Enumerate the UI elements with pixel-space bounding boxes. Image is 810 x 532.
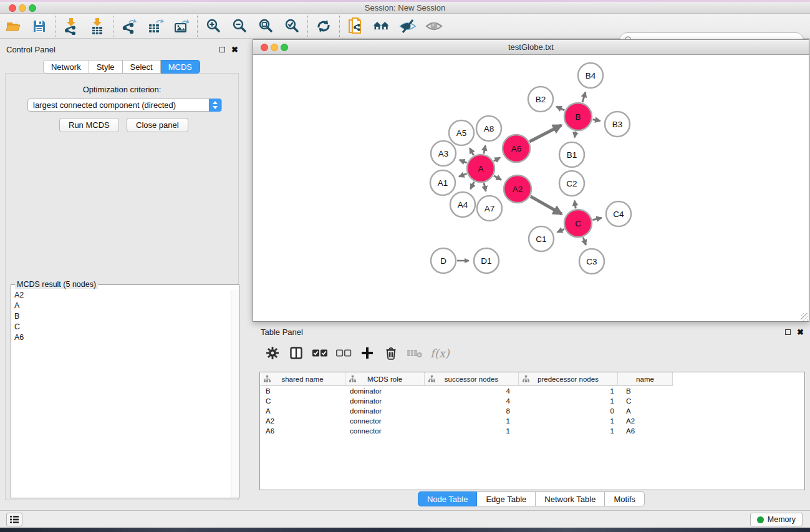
close-panel-icon[interactable]: ✖ [231,47,238,53]
run-mcds-button[interactable]: Run MCDS [59,118,119,132]
table-row[interactable]: Bdominator41B [260,386,804,396]
minimize-window-button[interactable] [19,4,26,12]
node-A[interactable]: A [467,155,494,182]
resize-grip[interactable] [801,313,808,321]
edge-A-A1[interactable] [459,173,466,177]
zoom-in-icon[interactable] [204,17,223,36]
birdseye-view-icon[interactable] [425,17,443,36]
node-B3[interactable]: B3 [605,112,630,137]
node-B1[interactable]: B1 [559,142,584,167]
tab-style[interactable]: Style [89,60,123,74]
delete-columns-icon[interactable] [382,344,400,362]
edge-C-C1[interactable] [557,229,564,232]
column-header-name[interactable]: name [618,372,673,386]
close-window-button[interactable] [9,4,16,12]
close-network-button[interactable] [261,44,268,51]
edge-A-A6[interactable] [494,158,500,162]
show-column-icon[interactable] [287,344,306,362]
result-item[interactable]: A [11,301,231,311]
column-header-MCDS-role[interactable]: MCDS role [345,372,425,386]
edge-C-C2[interactable] [574,201,576,209]
task-history-button[interactable] [6,513,22,526]
zoom-selected-icon[interactable] [282,17,301,36]
import-table-icon[interactable] [88,17,107,36]
zoom-network-button[interactable] [281,44,288,51]
criterion-dropdown[interactable]: largest connected component (directed) [27,99,222,112]
edge-A2-C[interactable] [531,196,562,214]
node-B2[interactable]: B2 [528,87,553,112]
node-A3[interactable]: A3 [431,141,456,166]
export-network-icon[interactable] [120,17,138,36]
node-C4[interactable]: C4 [606,201,631,226]
table-row[interactable]: A2connector11A2 [260,416,804,426]
float-table-panel-icon[interactable] [785,329,791,335]
import-network-icon[interactable] [62,17,80,36]
mcds-result-list[interactable]: A2ABCA6 [11,290,231,498]
node-D[interactable]: D [431,248,456,273]
result-item[interactable]: A2 [11,290,231,301]
memory-button[interactable]: Memory [750,513,803,526]
edge-A-A5[interactable] [470,148,473,155]
column-header-shared-name[interactable]: shared name [260,372,345,386]
tab-motifs[interactable]: Motifs [605,491,645,506]
zoom-window-button[interactable] [29,4,36,12]
column-header-predecessor-nodes[interactable]: predecessor nodes [519,372,618,386]
tab-node-table[interactable]: Node Table [418,491,478,506]
open-session-icon[interactable] [4,17,22,36]
minimize-network-button[interactable] [271,44,278,51]
network-window-titlebar[interactable]: testGlobe.txt [253,40,809,55]
zoom-out-icon[interactable] [230,17,249,36]
tab-network-table[interactable]: Network Table [536,491,605,506]
unselect-all-columns-icon[interactable] [334,344,353,362]
node-A1[interactable]: A1 [430,170,455,195]
node-A7[interactable]: A7 [477,196,502,221]
table-row[interactable]: A6connector11A6 [260,426,804,436]
edge-B-B2[interactable] [556,107,564,110]
node-C1[interactable]: C1 [529,226,554,251]
close-panel-button[interactable]: Close panel [127,118,188,132]
edge-A-A8[interactable] [484,145,486,153]
float-panel-icon[interactable] [219,47,225,52]
clone-network-icon[interactable] [346,17,365,36]
edge-C-C4[interactable] [592,218,601,220]
node-A4[interactable]: A4 [450,192,475,217]
column-header-successor-nodes[interactable]: successor nodes [425,372,519,386]
tab-edge-table[interactable]: Edge Table [477,491,536,506]
edge-A-A4[interactable] [471,181,475,188]
node-A5[interactable]: A5 [449,120,474,145]
edge-A-A3[interactable] [460,160,467,163]
zoom-fit-icon[interactable] [256,17,275,36]
edge-A6-B[interactable] [529,125,561,142]
node-C2[interactable]: C2 [559,171,584,196]
edge-B-B1[interactable] [575,132,576,138]
tab-select[interactable]: Select [123,60,161,74]
node-B4[interactable]: B4 [578,63,603,88]
edge-C-C3[interactable] [583,238,586,245]
column-settings-gear-icon[interactable] [263,344,282,362]
result-item[interactable]: B [11,311,231,322]
network-canvas[interactable]: A5A8A3A6A1AA4A7A2B2B4BB3B1C2CC4C1C3DD1 [253,56,809,321]
save-session-icon[interactable] [30,17,49,36]
create-column-icon[interactable] [358,344,377,362]
node-C[interactable]: C [564,210,592,237]
result-item[interactable]: A6 [11,332,231,343]
node-C3[interactable]: C3 [579,249,604,274]
node-A2[interactable]: A2 [504,175,531,203]
node-A8[interactable]: A8 [476,116,501,141]
table-row[interactable]: Adominator80A [260,406,804,416]
result-item[interactable]: C [11,322,231,332]
select-all-columns-icon[interactable] [311,344,329,362]
close-table-panel-icon[interactable]: ✖ [797,329,804,336]
export-image-icon[interactable] [172,17,191,36]
export-table-icon[interactable] [146,17,165,36]
edge-A-A7[interactable] [484,183,486,191]
table-row[interactable]: Cdominator41C [260,396,804,406]
result-scrollbar[interactable] [231,290,239,498]
edge-A-A2[interactable] [494,176,501,180]
edge-B-B3[interactable] [593,119,600,120]
edge-B-B4[interactable] [582,92,586,102]
node-A6[interactable]: A6 [503,135,530,162]
apply-layout-icon[interactable] [314,17,333,36]
hide-graphics-details-icon[interactable] [398,17,417,36]
tab-network[interactable]: Network [43,60,89,74]
